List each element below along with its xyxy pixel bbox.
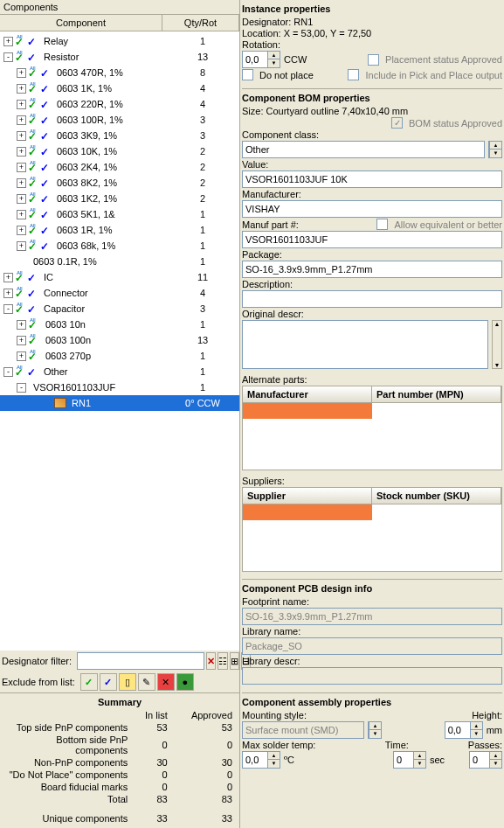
check-blue-icon[interactable] bbox=[40, 130, 52, 142]
check-all-icon[interactable] bbox=[15, 36, 26, 47]
exclude-check-green-button[interactable]: ✓ bbox=[80, 673, 98, 691]
expand-all-button[interactable]: ⊞ bbox=[230, 652, 239, 670]
exclude-tool1-button[interactable]: ▯ bbox=[119, 673, 136, 691]
tree-row[interactable]: +0603 10K, 1%2 bbox=[0, 143, 239, 159]
check-blue-icon[interactable] bbox=[40, 162, 52, 173]
expand-icon[interactable]: + bbox=[17, 210, 26, 219]
time-up[interactable]: ▲ bbox=[413, 752, 425, 760]
tree-row[interactable]: +0603 5K1, 1&1 bbox=[0, 206, 239, 222]
description-input[interactable] bbox=[242, 290, 502, 308]
column-qty-rot[interactable]: Qty/Rot bbox=[162, 15, 239, 31]
components-tree[interactable]: +Relay1-Resistor13+0603 470R, 1%8+0603 1… bbox=[0, 31, 239, 651]
height-down[interactable]: ▼ bbox=[470, 730, 482, 738]
solder-down[interactable]: ▼ bbox=[267, 760, 280, 768]
time-input[interactable] bbox=[394, 752, 413, 768]
tree-row[interactable]: +IC11 bbox=[0, 269, 239, 285]
alt-empty-cell[interactable] bbox=[243, 403, 372, 419]
check-all-icon[interactable] bbox=[28, 193, 39, 205]
check-all-icon[interactable] bbox=[28, 177, 39, 189]
tree-row[interactable]: 0603 0.1R, 1%1 bbox=[0, 254, 239, 269]
tree-row[interactable]: +0603 100R, 1%3 bbox=[0, 112, 239, 128]
tree-row[interactable]: -Resistor13 bbox=[0, 49, 239, 65]
class-up[interactable]: ▲ bbox=[489, 142, 501, 150]
check-all-icon[interactable] bbox=[28, 130, 39, 142]
exclude-record-button[interactable]: ● bbox=[176, 673, 194, 691]
height-up[interactable]: ▲ bbox=[470, 722, 482, 730]
sup-col-sku[interactable]: Stock number (SKU) bbox=[372, 488, 501, 504]
check-all-icon[interactable] bbox=[28, 335, 39, 346]
check-all-icon[interactable] bbox=[15, 303, 26, 315]
check-blue-icon[interactable] bbox=[27, 366, 38, 378]
check-all-icon[interactable] bbox=[28, 240, 39, 252]
solder-temp-input[interactable] bbox=[243, 752, 267, 768]
check-blue-icon[interactable] bbox=[40, 83, 52, 94]
check-blue-icon[interactable] bbox=[27, 36, 38, 47]
check-all-icon[interactable] bbox=[28, 99, 39, 110]
bom-approved-checkbox[interactable]: ✓ bbox=[391, 117, 403, 129]
tree-row[interactable]: +0603 10n1 bbox=[0, 317, 239, 332]
tree-row[interactable]: +Relay1 bbox=[0, 33, 239, 49]
expand-icon[interactable]: + bbox=[17, 115, 26, 125]
clear-filter-button[interactable]: ✕ bbox=[206, 652, 216, 670]
check-blue-icon[interactable] bbox=[27, 272, 38, 283]
rotation-input[interactable] bbox=[243, 52, 267, 67]
suppliers-grid[interactable]: SupplierStock number (SKU) bbox=[242, 487, 502, 572]
check-all-icon[interactable] bbox=[28, 209, 39, 220]
check-blue-icon[interactable] bbox=[40, 225, 52, 236]
tree-row[interactable]: +0603 100n13 bbox=[0, 332, 239, 348]
tree-row-selected[interactable]: RN10° CCW bbox=[0, 395, 239, 411]
solder-up[interactable]: ▲ bbox=[267, 752, 280, 760]
check-blue-icon[interactable] bbox=[40, 209, 52, 220]
check-all-icon[interactable] bbox=[28, 146, 39, 157]
check-all-icon[interactable] bbox=[28, 225, 39, 236]
original-descr-textarea[interactable] bbox=[242, 320, 488, 369]
alt-col-mpn[interactable]: Part number (MPN) bbox=[372, 386, 501, 402]
check-all-icon[interactable] bbox=[28, 115, 39, 126]
designator-filter-input[interactable] bbox=[77, 652, 204, 670]
check-blue-icon[interactable] bbox=[27, 288, 38, 299]
include-pnp-checkbox[interactable] bbox=[348, 69, 359, 80]
check-all-icon[interactable] bbox=[28, 83, 39, 94]
manufacturer-input[interactable] bbox=[242, 200, 502, 218]
expand-icon[interactable]: + bbox=[17, 84, 26, 94]
component-class-input[interactable] bbox=[242, 141, 485, 158]
alt-col-manufacturer[interactable]: Manufacturer bbox=[243, 386, 372, 402]
passes-input[interactable] bbox=[470, 752, 489, 768]
expand-icon[interactable]: + bbox=[3, 273, 13, 282]
exclude-check-blue-button[interactable]: ✓ bbox=[100, 673, 117, 691]
expand-icon[interactable]: + bbox=[17, 320, 26, 330]
orig-desc-scroll-up[interactable]: ▲ bbox=[493, 321, 501, 327]
check-blue-icon[interactable] bbox=[40, 99, 52, 110]
time-spinner[interactable]: ▲▼ bbox=[393, 751, 426, 769]
height-spinner[interactable]: ▲▼ bbox=[445, 721, 483, 739]
tree-row[interactable]: +0603 1R, 1%1 bbox=[0, 222, 239, 238]
check-all-icon[interactable] bbox=[15, 52, 26, 63]
check-blue-icon[interactable] bbox=[40, 67, 52, 79]
expand-icon[interactable]: - bbox=[3, 367, 13, 377]
tree-row[interactable]: -Other1 bbox=[0, 364, 239, 379]
allow-equivalent-checkbox[interactable] bbox=[376, 219, 388, 230]
expand-icon[interactable]: + bbox=[17, 241, 26, 251]
tree-row[interactable]: +0603 8K2, 1%2 bbox=[0, 175, 239, 191]
tree-row[interactable]: +0603 68k, 1%1 bbox=[0, 238, 239, 254]
expand-icon[interactable]: + bbox=[17, 351, 26, 361]
passes-down[interactable]: ▼ bbox=[489, 760, 501, 768]
tree-row[interactable]: +0603 220R, 1%4 bbox=[0, 96, 239, 112]
check-all-icon[interactable] bbox=[28, 351, 39, 362]
orig-desc-scroll-down[interactable]: ▼ bbox=[493, 362, 501, 368]
rotation-down[interactable]: ▼ bbox=[267, 59, 280, 67]
value-input[interactable] bbox=[242, 170, 502, 188]
tree-row[interactable]: +0603 1K, 1%4 bbox=[0, 80, 239, 96]
check-all-icon[interactable] bbox=[15, 272, 26, 283]
class-down[interactable]: ▼ bbox=[489, 150, 501, 157]
expand-icon[interactable]: + bbox=[17, 226, 26, 235]
rotation-spinner[interactable]: ▲▼ bbox=[242, 51, 280, 68]
check-all-icon[interactable] bbox=[15, 288, 26, 299]
expand-icon[interactable]: + bbox=[17, 68, 26, 78]
do-not-place-checkbox[interactable] bbox=[242, 69, 253, 80]
expand-icon[interactable]: + bbox=[17, 178, 26, 188]
expand-icon[interactable]: + bbox=[17, 147, 26, 157]
tree-row[interactable]: -Capacitor3 bbox=[0, 301, 239, 317]
tree-view-button[interactable]: ☷ bbox=[217, 652, 228, 670]
expand-icon[interactable]: - bbox=[3, 52, 13, 62]
